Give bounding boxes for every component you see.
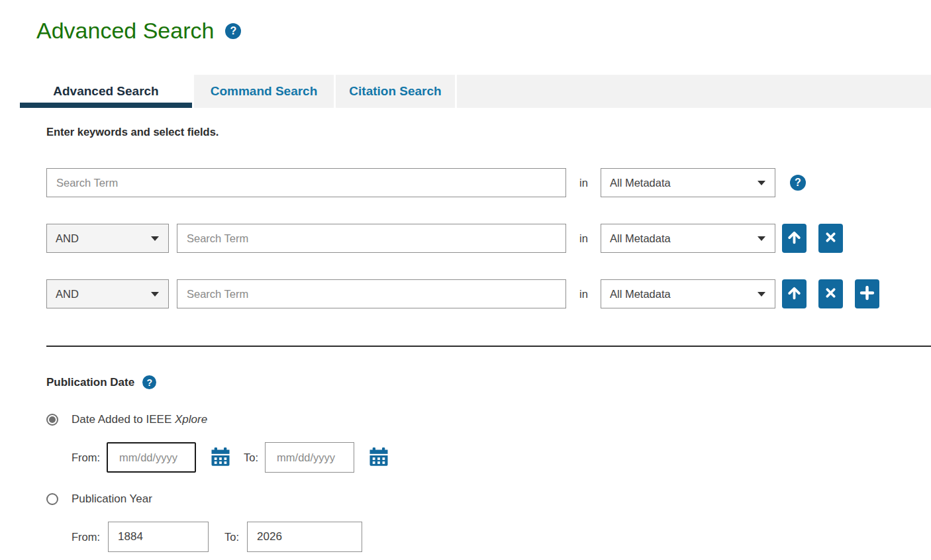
remove-row-button[interactable] [818,279,843,308]
search-fields-help-icon[interactable]: ? [790,175,806,191]
page-header: Advanced Search ? [36,17,931,44]
year-to-label: To: [224,531,239,543]
date-added-label: Date Added to IEEE Xplore [72,413,207,426]
date-added-option: Date Added to IEEE Xplore [46,413,931,426]
page-help-icon[interactable]: ? [225,23,241,39]
date-from-input[interactable] [107,442,196,473]
in-label: in [579,177,591,189]
field-select-2[interactable]: All Metadata [601,224,775,253]
radio-date-added[interactable] [46,414,58,426]
search-row-2: AND in All Metadata [46,224,931,253]
year-from-label: From: [72,531,100,543]
search-row-3: AND in All Metadata [46,279,931,308]
operator-select-2-value: AND [56,232,79,245]
move-row-up-button[interactable] [782,279,807,308]
field-select-3[interactable]: All Metadata [601,279,775,308]
operator-select-2[interactable]: AND [46,224,169,253]
operator-select-3[interactable]: AND [46,279,169,308]
date-range-row: From: To: [72,442,931,473]
remove-row-button[interactable] [818,224,843,253]
date-to-label: To: [244,451,258,464]
publication-year-label: Publication Year [72,492,152,506]
section-divider [46,346,931,347]
date-to-calendar-button[interactable] [369,447,389,469]
date-from-calendar-button[interactable] [211,447,230,469]
date-to-input[interactable] [265,442,354,473]
search-term-input-2[interactable] [177,224,566,253]
search-form: Enter keywords and select fields. in All… [46,126,931,552]
advanced-search-page: Advanced Search ? Advanced Search Comman… [0,17,931,552]
field-select-2-value: All Metadata [610,232,671,245]
publication-date-help-icon[interactable]: ? [142,375,156,389]
in-label: in [579,232,591,245]
search-tabs: Advanced Search Command Search Citation … [20,75,931,108]
plus-icon [858,284,876,304]
chevron-down-icon [758,236,765,241]
add-row-button[interactable] [855,279,879,308]
search-term-input-1[interactable] [46,168,566,197]
close-icon [822,285,839,303]
field-select-3-value: All Metadata [610,288,671,301]
chevron-down-icon [151,236,159,241]
chevron-down-icon [151,292,159,297]
tabbar-filler [457,75,931,108]
date-from-label: From: [72,451,100,464]
keywords-heading: Enter keywords and select fields. [46,126,931,138]
publication-date-header: Publication Date ? [46,375,931,389]
tab-citation-search[interactable]: Citation Search [336,75,457,108]
calendar-icon [211,447,230,469]
close-icon [822,229,839,248]
page-title: Advanced Search [36,17,214,44]
year-from-input[interactable] [108,522,209,552]
chevron-down-icon [758,292,765,297]
field-select-1-value: All Metadata [610,177,671,189]
year-to-input[interactable] [247,522,362,552]
arrow-up-icon [785,284,803,304]
tab-advanced-search[interactable]: Advanced Search [20,75,194,108]
in-label: in [579,288,591,301]
operator-select-3-value: AND [56,288,79,301]
move-row-up-button[interactable] [782,224,807,253]
chevron-down-icon [758,181,765,185]
arrow-up-icon [785,228,803,248]
radio-publication-year[interactable] [46,493,58,505]
year-range-row: From: To: [72,522,931,552]
field-select-1[interactable]: All Metadata [601,168,775,197]
calendar-icon [369,447,389,469]
publication-date-title: Publication Date [46,376,134,389]
publication-year-option: Publication Year [46,492,931,506]
search-row-1: in All Metadata ? [46,168,931,197]
search-term-input-3[interactable] [177,279,566,308]
tab-command-search[interactable]: Command Search [194,75,336,108]
